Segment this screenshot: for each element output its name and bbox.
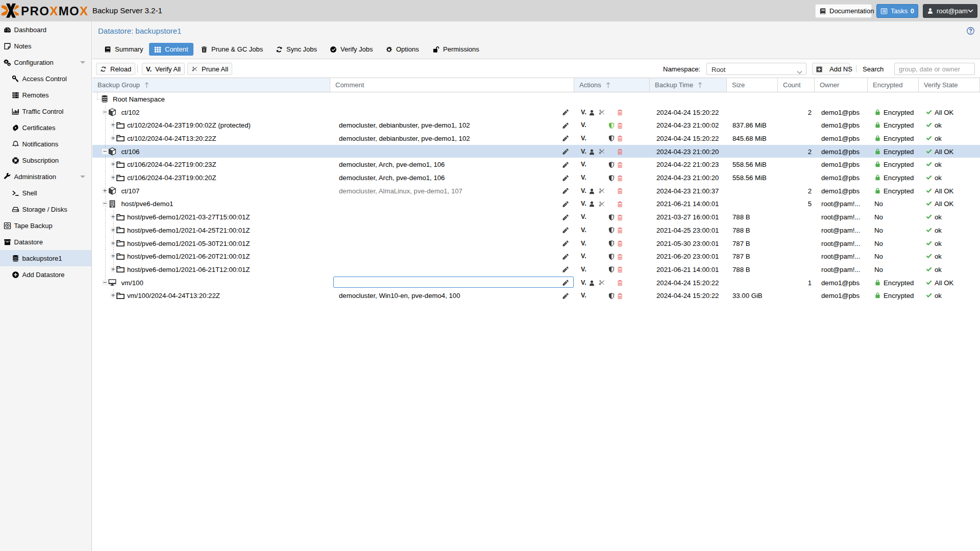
- svg-text:PROXMOX: PROXMOX: [21, 4, 89, 18]
